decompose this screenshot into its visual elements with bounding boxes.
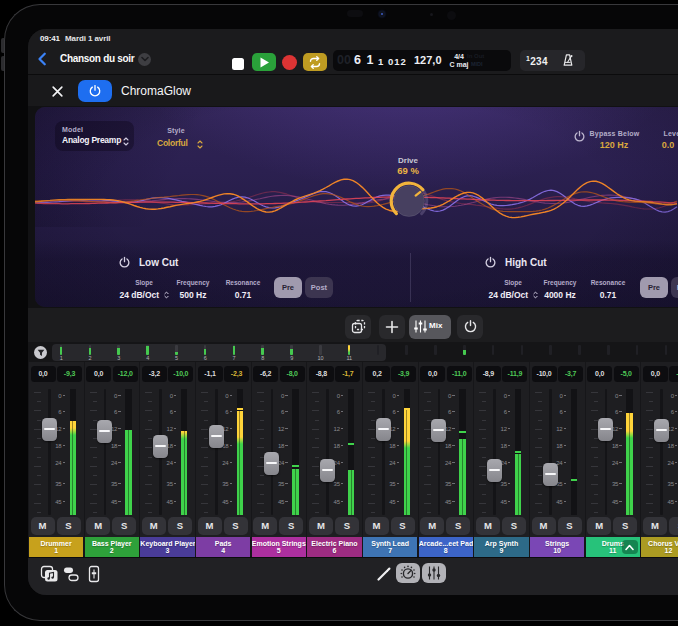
pan-display[interactable]: 0,0: [420, 366, 445, 382]
overview-window[interactable]: [52, 344, 386, 361]
fader-cap[interactable]: [654, 419, 669, 442]
high-cut-resonance-value[interactable]: 0.71: [573, 290, 643, 300]
solo-button[interactable]: S: [558, 517, 582, 535]
fader-cap[interactable]: [543, 463, 558, 486]
channel-name[interactable]: Emotion Strings5: [252, 537, 306, 557]
pan-display[interactable]: -3,2: [142, 366, 167, 382]
add-plugin-button[interactable]: [379, 315, 405, 339]
browser-icon[interactable]: [40, 565, 59, 583]
mute-button[interactable]: M: [587, 517, 611, 535]
project-title[interactable]: Chanson du soir: [60, 53, 134, 64]
volume-display[interactable]: -3,9: [391, 366, 416, 382]
high-cut-pre-button[interactable]: Pre: [640, 277, 668, 298]
mute-button[interactable]: M: [31, 517, 55, 535]
pan-display[interactable]: 0,0: [31, 366, 56, 382]
channel-name[interactable]: Bass Player2: [85, 537, 139, 557]
solo-button[interactable]: S: [112, 517, 136, 535]
volume-display[interactable]: -11,0: [447, 366, 472, 382]
solo-button[interactable]: S: [168, 517, 192, 535]
plugin-power-button[interactable]: [78, 80, 112, 102]
filter-icon[interactable]: [34, 346, 47, 359]
volume-display[interactable]: -5,0: [669, 366, 678, 382]
fader-cap[interactable]: [97, 420, 112, 443]
solo-button[interactable]: S: [669, 517, 678, 535]
solo-button[interactable]: S: [224, 517, 248, 535]
fader-cap[interactable]: [264, 452, 279, 475]
channel-name[interactable]: Synth Lead7: [363, 537, 417, 557]
solo-button[interactable]: S: [279, 517, 303, 535]
controls-view-button[interactable]: [396, 563, 420, 583]
cycle-button[interactable]: [303, 53, 327, 71]
high-cut-power-icon[interactable]: [484, 256, 497, 269]
pencil-icon[interactable]: [376, 566, 392, 582]
mute-button[interactable]: M: [476, 517, 500, 535]
project-menu-button[interactable]: [138, 53, 151, 66]
solo-button[interactable]: S: [57, 517, 81, 535]
fader-cap[interactable]: [42, 418, 57, 441]
plugins-icon[interactable]: [62, 565, 80, 583]
lcd-display[interactable]: 00 6 1 1 012 127,0 4/4C maj In Out MIDI: [333, 50, 511, 71]
high-cut-post-button[interactable]: Post: [671, 277, 678, 298]
volume-display[interactable]: -10,0: [168, 366, 193, 382]
mute-button[interactable]: M: [420, 517, 444, 535]
pan-display[interactable]: 0,0: [587, 366, 612, 382]
channel-name[interactable]: Electric Piano6: [307, 537, 361, 557]
low-cut-post-button[interactable]: Post: [305, 277, 333, 298]
mute-button[interactable]: M: [365, 517, 389, 535]
mute-button[interactable]: M: [86, 517, 110, 535]
faders-view-button[interactable]: [422, 563, 446, 583]
close-icon[interactable]: [51, 85, 64, 98]
channel-name[interactable]: Pads4: [196, 537, 250, 557]
solo-button[interactable]: S: [446, 517, 470, 535]
solo-button[interactable]: S: [613, 517, 637, 535]
pan-display[interactable]: -8,9: [476, 366, 501, 382]
volume-display[interactable]: -3,7: [558, 366, 583, 382]
collapse-stack-button[interactable]: [622, 540, 638, 555]
fader-cap[interactable]: [487, 459, 502, 482]
back-chevron-icon[interactable]: [36, 51, 50, 67]
mute-button[interactable]: M: [643, 517, 667, 535]
channel-name[interactable]: Strings10: [530, 537, 584, 557]
count-in-button[interactable]: 1234: [526, 55, 548, 67]
fader-cap[interactable]: [376, 418, 391, 441]
fader-cap[interactable]: [431, 419, 446, 442]
volume-display[interactable]: -9,3: [57, 366, 82, 382]
stop-button[interactable]: [227, 53, 248, 74]
model-selector[interactable]: Model Analog Preamp: [55, 121, 134, 151]
low-cut-resonance-value[interactable]: 0.71: [208, 290, 278, 300]
metronome-icon[interactable]: [560, 53, 576, 68]
volume-display[interactable]: -12,0: [113, 366, 138, 382]
mixer-power-button[interactable]: [457, 315, 483, 339]
volume-display[interactable]: -8,0: [280, 366, 305, 382]
channel-name[interactable]: Drums11: [586, 537, 640, 557]
fader-cap[interactable]: [209, 425, 224, 448]
channel-name[interactable]: Keyboard Player3: [140, 537, 194, 557]
mute-button[interactable]: M: [532, 517, 556, 535]
mute-button[interactable]: M: [309, 517, 333, 535]
record-button[interactable]: [280, 53, 298, 71]
pan-display[interactable]: 0,0: [86, 366, 111, 382]
style-selector[interactable]: Colorful: [157, 138, 188, 148]
drive-knob[interactable]: [381, 173, 437, 229]
fader-cap[interactable]: [598, 418, 613, 441]
volume-display[interactable]: -5,0: [614, 366, 639, 382]
volume-display[interactable]: -1,7: [335, 366, 360, 382]
bypass-below-value[interactable]: 120 Hz: [579, 140, 649, 150]
channel-name[interactable]: Chorus Vo...12: [641, 537, 678, 557]
mute-button[interactable]: M: [253, 517, 277, 535]
channel-strip-icon[interactable]: [86, 565, 102, 583]
pan-display[interactable]: -10,0: [532, 366, 557, 382]
low-cut-power-icon[interactable]: [118, 256, 131, 269]
pan-display[interactable]: 0,2: [365, 366, 390, 382]
pan-display[interactable]: -1,1: [198, 366, 223, 382]
volume-display[interactable]: -11,9: [502, 366, 527, 382]
solo-button[interactable]: S: [335, 517, 359, 535]
mute-button[interactable]: M: [198, 517, 222, 535]
level-value[interactable]: 0.0: [648, 140, 678, 150]
volume-display[interactable]: -2,3: [224, 366, 249, 382]
solo-button[interactable]: S: [391, 517, 415, 535]
fader-cap[interactable]: [153, 435, 168, 458]
pan-display[interactable]: 0,0: [643, 366, 668, 382]
channel-name[interactable]: Arp Synth9: [474, 537, 528, 557]
low-cut-pre-button[interactable]: Pre: [274, 277, 302, 298]
